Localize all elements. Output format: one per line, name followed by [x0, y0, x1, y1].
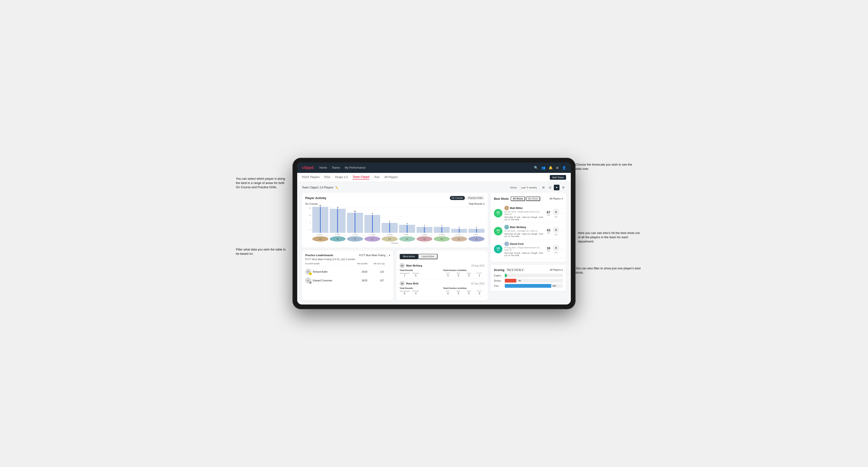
lb-row-1[interactable]: RB 1 Richard Butler 19/20 110	[305, 268, 390, 276]
user-avatar-icon[interactable]: 👤	[562, 166, 566, 169]
lb-name-1: Richard Butler	[313, 271, 328, 273]
lb-score-1: 19/20	[356, 271, 373, 273]
eagles-label: Eagles	[494, 274, 503, 277]
bar-group-9[interactable]: 2L. Robertson	[468, 227, 485, 236]
shot-dist-unit-3: yds	[547, 250, 550, 252]
lb-col-avg: PB AVG SQ	[374, 262, 390, 265]
bar-group-8[interactable]: 2E. Crossman	[451, 227, 467, 236]
act-rounds-1: Total Rounds Tournament 7	[400, 269, 441, 277]
shot-row-1[interactable]: 200 SG Matt Miller 09 Jun 2023	[494, 204, 563, 223]
page-wrapper: You can select which player is doing the…	[292, 158, 576, 309]
bar-6	[416, 227, 433, 233]
lb-row-2[interactable]: EC 2 Edward Crossman 18/20 107	[305, 276, 390, 285]
gtt-val-2: 0	[443, 292, 453, 295]
mini-avatar-0: BM	[312, 236, 328, 242]
birdies-value: 96	[519, 280, 521, 282]
bar-group-5[interactable]: 4D. Billingham	[399, 223, 415, 236]
players-x-label: Players	[305, 242, 485, 244]
view-grid-solid-btn[interactable]: ⊞	[540, 185, 546, 190]
people-icon[interactable]: 👥	[541, 166, 545, 169]
nav-my-performance[interactable]: My Performance	[345, 166, 365, 169]
all-shots-btn[interactable]: All Shots	[511, 196, 525, 201]
act-player-header-1: BM Blair McHarg 26 Aug 2023	[400, 263, 485, 268]
leaderboard-subtitle: PUTT Must Make Putting (3-6 ft), Last 3 …	[305, 258, 390, 261]
team-header: Team Clippd | 14 Players ✏️ Show: Last 3…	[302, 185, 566, 190]
bar-name-0: B. McHarg	[317, 234, 323, 236]
scoring-row-eagles: Eagles 3	[494, 274, 563, 277]
tab-all-players[interactable]: All Players	[384, 176, 398, 179]
practice-drills-tab[interactable]: Practice Drills	[466, 196, 485, 200]
shot-row-2[interactable]: 200 SG Blair McHarg 23 Jul 202	[494, 223, 563, 240]
bar-group-4[interactable]: 5E. Ebert	[382, 221, 398, 236]
my-shots-btn[interactable]: My Shots	[526, 196, 540, 201]
bar-group-0[interactable]: 13B. McHarg	[312, 205, 328, 236]
chart-filter-dropdown[interactable]: Total Rounds ▾	[469, 203, 485, 205]
bar-group-1[interactable]: 12R. Britt	[330, 207, 346, 236]
bar-label-top-0: 13	[319, 205, 321, 206]
act-rounds-values-2: Tournament 8 Practice 4	[400, 290, 441, 295]
pars-label: Pars	[494, 285, 503, 287]
bar-name-8: E. Crossman	[456, 234, 463, 236]
bell-icon[interactable]: 🔔	[549, 166, 553, 169]
search-icon[interactable]: 🔍	[534, 166, 538, 169]
show-dropdown[interactable]: Last 3 months	[519, 185, 539, 190]
best-shots-players-filter[interactable]: All Players ▾	[550, 197, 563, 200]
best-shots-players-label: All Players	[550, 197, 561, 200]
shot-player-info-2: Blair McHarg 23 Jul 2023 · Ashridge GC, …	[504, 225, 545, 238]
act-practice-2: Total Practice Activities GTT 0	[443, 287, 485, 295]
on-course-tab[interactable]: On Course	[450, 196, 465, 200]
leaderboard-dropdown-chevron: ▾	[389, 254, 390, 257]
tab-tour[interactable]: Tour	[374, 176, 379, 179]
bar-group-2[interactable]: 10D. Ford	[347, 211, 363, 236]
act-rounds-title-1: Total Rounds	[400, 269, 441, 272]
lb-col-player: PLAYER NAME	[305, 262, 357, 265]
bar-label-top-3: 9	[372, 213, 373, 214]
tab-team-clippd[interactable]: Team Clippd	[352, 175, 369, 180]
scoring-row-birdies: Birdies 96	[494, 279, 563, 283]
lb-player-2: EC 2 Edward Crossman	[305, 277, 355, 283]
add-team-button[interactable]: Add Team	[550, 175, 566, 180]
nav-teams[interactable]: Teams	[332, 166, 340, 169]
lb-score-2: 18/20	[356, 279, 373, 282]
view-heart-btn[interactable]: ♥	[554, 185, 559, 190]
birdies-bar-container: 96	[505, 279, 563, 283]
arg-val-2: 0	[464, 292, 474, 295]
shot-result-3: 0 yds	[552, 245, 560, 253]
bar-name-7: M. Miller	[439, 234, 445, 236]
least-active-tab[interactable]: Least Active	[418, 254, 437, 259]
most-active-tab[interactable]: Most Active	[400, 254, 418, 259]
practice-val-1: 6	[412, 274, 419, 277]
shot-result-val-3: 0	[553, 245, 559, 251]
view-grid-btn[interactable]: ⊟	[547, 185, 553, 190]
shot-avatar-3	[504, 242, 509, 246]
shot-player-info-3: David Ford 24 Aug 2023 · Royal North Dev…	[504, 242, 545, 257]
scoring-players-filter[interactable]: All Players ▾	[550, 269, 563, 271]
pars-bar-container: 499	[505, 284, 563, 288]
shot-result-val-1: 0	[553, 209, 559, 215]
shot-meta-2: 23 Jul 2023 · Ashridge GC, Hole 15	[504, 230, 545, 232]
bar-group-3[interactable]: 9J. Coles	[365, 213, 380, 236]
leaderboard-dropdown[interactable]: PUTT Must Make Putting ... ▾	[359, 254, 390, 257]
lb-rank-2: 2	[309, 281, 312, 284]
player-activity-title: Player Activity	[305, 196, 326, 200]
app-val-2: 0	[454, 292, 464, 295]
arg-label-2: ARG	[464, 290, 474, 292]
scoring-filter-btn[interactable]: Par 3, 4 & 5s ▾	[506, 268, 525, 272]
bar-label-top-4: 5	[389, 221, 390, 222]
team-name: Team Clippd | 14 Players	[302, 186, 333, 189]
shot-row-3[interactable]: 198 SG David Ford 24 Aug 2023	[494, 240, 563, 259]
edit-icon[interactable]: ✏️	[335, 186, 338, 189]
y-label-0: 0	[310, 228, 311, 231]
bar-group-7[interactable]: 3M. Miller	[434, 225, 450, 236]
tab-pgat-players[interactable]: PGAT Players	[302, 176, 319, 179]
bar-group-6[interactable]: 3R. Butler	[416, 225, 433, 236]
practice-leaderboards-card: Practice Leaderboards PUTT Must Make Put…	[302, 250, 394, 300]
shot-details-3: Shot Dist: 16 yds · Start Lie: Rough · E…	[504, 252, 545, 257]
nav-home[interactable]: Home	[319, 166, 327, 169]
bar-5	[399, 225, 415, 233]
app-label: APP	[454, 272, 464, 274]
tab-pga[interactable]: PGA	[324, 176, 330, 179]
tab-hcaps[interactable]: Hcaps 1-5	[335, 176, 348, 179]
plus-circle-icon[interactable]: ⊕	[556, 166, 559, 169]
view-settings-btn[interactable]: ⚙	[560, 185, 566, 190]
